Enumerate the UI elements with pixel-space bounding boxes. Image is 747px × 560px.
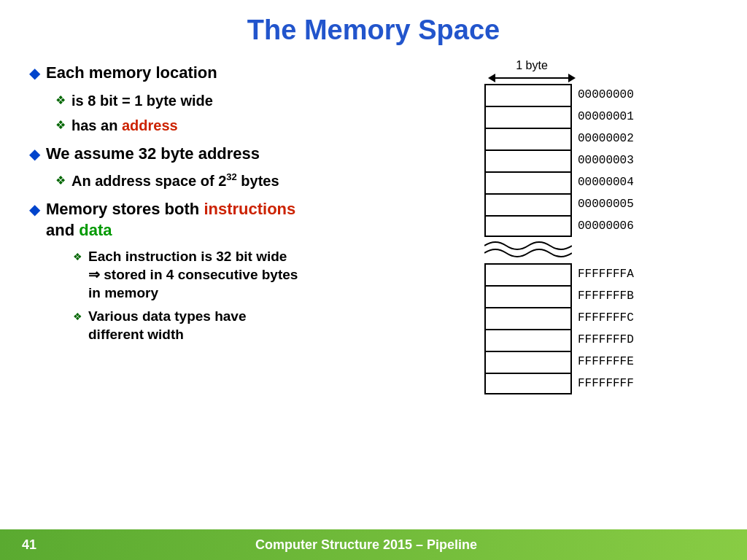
cell-2	[484, 128, 572, 149]
main-area: ◆ Each memory location ❖ is 8 bit = 1 by…	[29, 59, 718, 522]
addresses-top: 00000000 00000001 00000002 00000003 0000…	[578, 84, 634, 237]
cell-fa	[484, 263, 572, 285]
addr-ff: FFFFFFFF	[578, 373, 634, 394]
cell-5	[484, 193, 572, 215]
cell-4	[484, 171, 572, 193]
cell-3	[484, 149, 572, 171]
byte-label-container: 1 byte	[484, 59, 579, 82]
bullet-2-sub-1-text: An address space of 232 bytes	[71, 171, 279, 190]
bullet-1-text: Each memory location	[46, 63, 217, 84]
sub-sub-diamond-2: ❖	[73, 311, 82, 322]
addr-2: 00000002	[578, 128, 634, 149]
addr-5: 00000005	[578, 193, 634, 215]
addr-1: 00000001	[578, 106, 634, 128]
addr-3: 00000003	[578, 149, 634, 171]
addr-fc: FFFFFFFC	[578, 307, 634, 329]
byte-arrow-line	[488, 74, 576, 82]
wavy-svg	[484, 238, 572, 262]
sub-sub-diamond-1: ❖	[73, 251, 82, 262]
arrow-right	[568, 74, 576, 82]
bullet-3-subsub-2: ❖ Various data types havedifferent width	[73, 308, 470, 343]
addresses-bottom: FFFFFFFA FFFFFFFB FFFFFFFC FFFFFFFD FFFF…	[578, 263, 634, 394]
addr-fe: FFFFFFFE	[578, 351, 634, 373]
cell-fc	[484, 307, 572, 329]
bullet-1-sub-2-text: has an address	[71, 116, 178, 135]
diamond-icon-1: ◆	[29, 64, 40, 82]
memory-cells-top: 00000000 00000001 00000002 00000003 0000…	[484, 84, 634, 237]
address-highlight: address	[122, 117, 178, 133]
byte-label: 1 byte	[484, 59, 579, 72]
bullet-1: ◆ Each memory location	[29, 63, 470, 84]
addr-0: 00000000	[578, 84, 634, 106]
cell-fd	[484, 329, 572, 351]
sub-diamond-icon-2-1: ❖	[55, 174, 66, 187]
bullet-1-sub-1-text: is 8 bit = 1 byte wide	[71, 91, 213, 110]
right-panel: 1 byte	[484, 59, 718, 522]
slide: The Memory Space ◆ Each memory location …	[0, 0, 747, 560]
addr-6: 00000006	[578, 215, 634, 237]
diamond-icon-3: ◆	[29, 201, 40, 218]
cells-column-bottom	[484, 263, 572, 394]
footer-page-number: 41	[22, 537, 36, 553]
footer-title: Computer Structure 2015 – Pipeline	[255, 537, 477, 553]
addr-4: 00000004	[578, 171, 634, 193]
slide-footer: 41 Computer Structure 2015 – Pipeline	[0, 529, 747, 560]
wavy-separator	[484, 237, 572, 263]
addr-fb: FFFFFFFB	[578, 285, 634, 307]
bullet-2-text: We assume 32 byte address	[46, 144, 260, 165]
cell-fb	[484, 285, 572, 307]
addr-fd: FFFFFFFD	[578, 329, 634, 351]
cell-ff	[484, 373, 572, 394]
bullet-3: ◆ Memory stores both instructionsand dat…	[29, 199, 470, 241]
cell-fe	[484, 351, 572, 373]
left-panel: ◆ Each memory location ❖ is 8 bit = 1 by…	[29, 59, 470, 522]
bullet-2-sub-1: ❖ An address space of 232 bytes	[55, 171, 470, 190]
bullet-3-subsub-1-text: Each instruction is 32 bit wide⇒ stored …	[88, 248, 298, 302]
sub-diamond-icon-1-1: ❖	[55, 93, 66, 107]
sub-diamond-icon-1-2: ❖	[55, 118, 66, 132]
bullet-3-text: Memory stores both instructionsand data	[46, 199, 295, 241]
addr-fa: FFFFFFFA	[578, 263, 634, 285]
data-highlight: data	[79, 221, 112, 239]
memory-cells-bottom: FFFFFFFA FFFFFFFB FFFFFFFC FFFFFFFD FFFF…	[484, 263, 634, 394]
arrow-left	[488, 74, 495, 82]
diamond-icon-2: ◆	[29, 145, 40, 163]
bullet-1-sub-1: ❖ is 8 bit = 1 byte wide	[55, 91, 470, 110]
instructions-highlight: instructions	[204, 200, 295, 218]
memory-diagram: 1 byte	[484, 59, 634, 394]
cell-6	[484, 215, 572, 237]
bullet-3-subsub-2-text: Various data types havedifferent width	[88, 308, 247, 343]
bullet-3-subsub-1: ❖ Each instruction is 32 bit wide⇒ store…	[73, 248, 470, 302]
cells-column-top	[484, 84, 572, 237]
arrow-line	[495, 77, 568, 79]
bullet-1-sub-2: ❖ has an address	[55, 116, 470, 135]
cell-1	[484, 106, 572, 128]
bullet-2: ◆ We assume 32 byte address	[29, 144, 470, 165]
slide-title: The Memory Space	[29, 15, 718, 46]
cell-0	[484, 84, 572, 106]
slide-content: The Memory Space ◆ Each memory location …	[0, 0, 747, 529]
